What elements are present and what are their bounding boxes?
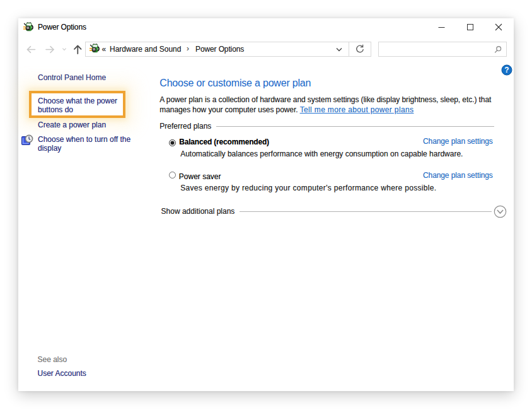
svg-text:?: ? bbox=[504, 66, 509, 74]
